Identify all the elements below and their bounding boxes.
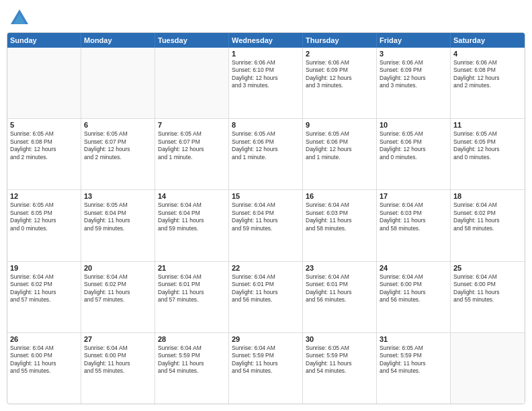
calendar-cell: 21Sunrise: 6:04 AM Sunset: 6:01 PM Dayli… xyxy=(155,262,229,332)
day-number: 7 xyxy=(158,121,226,129)
calendar-row-4: 26Sunrise: 6:04 AM Sunset: 6:00 PM Dayli… xyxy=(7,333,525,404)
day-number: 14 xyxy=(158,192,226,200)
cell-info: Sunrise: 6:05 AM Sunset: 6:06 PM Dayligh… xyxy=(232,130,300,161)
calendar-cell: 6Sunrise: 6:05 AM Sunset: 6:07 PM Daylig… xyxy=(81,119,155,189)
cell-info: Sunrise: 6:05 AM Sunset: 5:59 PM Dayligh… xyxy=(306,345,373,375)
calendar-cell: 19Sunrise: 6:04 AM Sunset: 6:02 PM Dayli… xyxy=(7,262,81,332)
day-number: 20 xyxy=(84,264,152,272)
day-number: 16 xyxy=(306,192,373,200)
calendar-cell: 23Sunrise: 6:04 AM Sunset: 6:01 PM Dayli… xyxy=(303,262,377,332)
logo-icon xyxy=(9,7,30,27)
calendar-cell: 18Sunrise: 6:04 AM Sunset: 6:02 PM Dayli… xyxy=(451,190,525,261)
cell-info: Sunrise: 6:05 AM Sunset: 6:07 PM Dayligh… xyxy=(84,130,152,161)
day-number: 21 xyxy=(158,264,226,272)
cell-info: Sunrise: 6:05 AM Sunset: 5:59 PM Dayligh… xyxy=(380,345,447,375)
calendar-cell: 7Sunrise: 6:05 AM Sunset: 6:07 PM Daylig… xyxy=(155,119,229,189)
day-number: 25 xyxy=(453,264,522,272)
cell-info: Sunrise: 6:06 AM Sunset: 6:09 PM Dayligh… xyxy=(306,59,373,90)
day-number: 15 xyxy=(232,192,300,200)
calendar-cell xyxy=(451,333,525,404)
calendar-cell: 28Sunrise: 6:04 AM Sunset: 5:59 PM Dayli… xyxy=(155,333,229,404)
cell-info: Sunrise: 6:04 AM Sunset: 6:01 PM Dayligh… xyxy=(232,273,300,304)
calendar-row-1: 5Sunrise: 6:05 AM Sunset: 6:08 PM Daylig… xyxy=(7,119,525,190)
weekday-header-tuesday: Tuesday xyxy=(155,33,229,48)
day-number: 8 xyxy=(232,121,300,129)
day-number: 22 xyxy=(232,264,300,272)
day-number: 2 xyxy=(306,50,373,58)
cell-info: Sunrise: 6:05 AM Sunset: 6:08 PM Dayligh… xyxy=(10,130,78,161)
calendar-cell: 2Sunrise: 6:06 AM Sunset: 6:09 PM Daylig… xyxy=(303,48,377,118)
cell-info: Sunrise: 6:04 AM Sunset: 6:04 PM Dayligh… xyxy=(232,201,300,232)
page: SundayMondayTuesdayWednesdayThursdayFrid… xyxy=(0,0,532,411)
calendar-cell: 3Sunrise: 6:06 AM Sunset: 6:09 PM Daylig… xyxy=(377,48,451,118)
day-number: 28 xyxy=(158,335,226,343)
weekday-header-friday: Friday xyxy=(377,33,451,48)
calendar-cell: 25Sunrise: 6:04 AM Sunset: 6:00 PM Dayli… xyxy=(451,262,525,332)
day-number: 3 xyxy=(380,50,447,58)
calendar-cell: 11Sunrise: 6:05 AM Sunset: 6:05 PM Dayli… xyxy=(451,119,525,189)
day-number: 6 xyxy=(84,121,152,129)
cell-info: Sunrise: 6:04 AM Sunset: 6:02 PM Dayligh… xyxy=(453,201,522,232)
cell-info: Sunrise: 6:04 AM Sunset: 6:04 PM Dayligh… xyxy=(158,201,226,232)
calendar-cell: 22Sunrise: 6:04 AM Sunset: 6:01 PM Dayli… xyxy=(229,262,303,332)
calendar: SundayMondayTuesdayWednesdayThursdayFrid… xyxy=(7,32,525,404)
day-number: 18 xyxy=(453,192,522,200)
day-number: 13 xyxy=(84,192,152,200)
calendar-cell: 1Sunrise: 6:06 AM Sunset: 6:10 PM Daylig… xyxy=(229,48,303,118)
cell-info: Sunrise: 6:05 AM Sunset: 6:07 PM Dayligh… xyxy=(158,130,226,161)
weekday-header-sunday: Sunday xyxy=(7,33,81,48)
calendar-cell xyxy=(155,48,229,118)
calendar-cell: 17Sunrise: 6:04 AM Sunset: 6:03 PM Dayli… xyxy=(377,190,451,261)
cell-info: Sunrise: 6:04 AM Sunset: 6:00 PM Dayligh… xyxy=(380,273,447,304)
day-number: 9 xyxy=(306,121,373,129)
day-number: 29 xyxy=(232,335,300,343)
cell-info: Sunrise: 6:04 AM Sunset: 6:00 PM Dayligh… xyxy=(84,345,152,375)
calendar-cell: 4Sunrise: 6:06 AM Sunset: 6:08 PM Daylig… xyxy=(451,48,525,118)
weekday-header-wednesday: Wednesday xyxy=(229,33,303,48)
calendar-cell: 29Sunrise: 6:04 AM Sunset: 5:59 PM Dayli… xyxy=(229,333,303,404)
calendar-cell: 14Sunrise: 6:04 AM Sunset: 6:04 PM Dayli… xyxy=(155,190,229,261)
day-number: 17 xyxy=(380,192,447,200)
day-number: 26 xyxy=(10,335,78,343)
cell-info: Sunrise: 6:06 AM Sunset: 6:09 PM Dayligh… xyxy=(380,59,447,90)
calendar-cell: 8Sunrise: 6:05 AM Sunset: 6:06 PM Daylig… xyxy=(229,119,303,189)
cell-info: Sunrise: 6:04 AM Sunset: 6:02 PM Dayligh… xyxy=(10,273,78,304)
calendar-cell: 26Sunrise: 6:04 AM Sunset: 6:00 PM Dayli… xyxy=(7,333,81,404)
calendar-cell: 27Sunrise: 6:04 AM Sunset: 6:00 PM Dayli… xyxy=(81,333,155,404)
cell-info: Sunrise: 6:04 AM Sunset: 6:02 PM Dayligh… xyxy=(84,273,152,304)
calendar-cell: 15Sunrise: 6:04 AM Sunset: 6:04 PM Dayli… xyxy=(229,190,303,261)
cell-info: Sunrise: 6:05 AM Sunset: 6:05 PM Dayligh… xyxy=(453,130,522,161)
cell-info: Sunrise: 6:06 AM Sunset: 6:08 PM Dayligh… xyxy=(453,59,522,90)
cell-info: Sunrise: 6:04 AM Sunset: 6:01 PM Dayligh… xyxy=(306,273,373,304)
calendar-cell: 5Sunrise: 6:05 AM Sunset: 6:08 PM Daylig… xyxy=(7,119,81,189)
calendar-row-0: 1Sunrise: 6:06 AM Sunset: 6:10 PM Daylig… xyxy=(7,48,525,119)
calendar-cell: 20Sunrise: 6:04 AM Sunset: 6:02 PM Dayli… xyxy=(81,262,155,332)
cell-info: Sunrise: 6:05 AM Sunset: 6:06 PM Dayligh… xyxy=(380,130,447,161)
cell-info: Sunrise: 6:04 AM Sunset: 5:59 PM Dayligh… xyxy=(158,345,226,375)
day-number: 4 xyxy=(453,50,522,58)
calendar-cell: 9Sunrise: 6:05 AM Sunset: 6:06 PM Daylig… xyxy=(303,119,377,189)
day-number: 19 xyxy=(10,264,78,272)
cell-info: Sunrise: 6:06 AM Sunset: 6:10 PM Dayligh… xyxy=(232,59,300,90)
calendar-cell xyxy=(81,48,155,118)
cell-info: Sunrise: 6:04 AM Sunset: 6:00 PM Dayligh… xyxy=(10,345,78,375)
cell-info: Sunrise: 6:04 AM Sunset: 6:01 PM Dayligh… xyxy=(158,273,226,304)
calendar-cell: 24Sunrise: 6:04 AM Sunset: 6:00 PM Dayli… xyxy=(377,262,451,332)
cell-info: Sunrise: 6:04 AM Sunset: 6:03 PM Dayligh… xyxy=(306,201,373,232)
calendar-cell: 31Sunrise: 6:05 AM Sunset: 5:59 PM Dayli… xyxy=(377,333,451,404)
cell-info: Sunrise: 6:04 AM Sunset: 6:03 PM Dayligh… xyxy=(380,201,447,232)
cell-info: Sunrise: 6:04 AM Sunset: 5:59 PM Dayligh… xyxy=(232,345,300,375)
calendar-cell: 10Sunrise: 6:05 AM Sunset: 6:06 PM Dayli… xyxy=(377,119,451,189)
calendar-body: 1Sunrise: 6:06 AM Sunset: 6:10 PM Daylig… xyxy=(7,48,525,404)
calendar-row-2: 12Sunrise: 6:05 AM Sunset: 6:05 PM Dayli… xyxy=(7,190,525,261)
logo xyxy=(9,7,32,27)
day-number: 1 xyxy=(232,50,300,58)
weekday-header-saturday: Saturday xyxy=(451,33,525,48)
calendar-cell: 30Sunrise: 6:05 AM Sunset: 5:59 PM Dayli… xyxy=(303,333,377,404)
day-number: 31 xyxy=(380,335,447,343)
calendar-cell: 13Sunrise: 6:05 AM Sunset: 6:04 PM Dayli… xyxy=(81,190,155,261)
day-number: 23 xyxy=(306,264,373,272)
day-number: 11 xyxy=(453,121,522,129)
day-number: 27 xyxy=(84,335,152,343)
day-number: 30 xyxy=(306,335,373,343)
